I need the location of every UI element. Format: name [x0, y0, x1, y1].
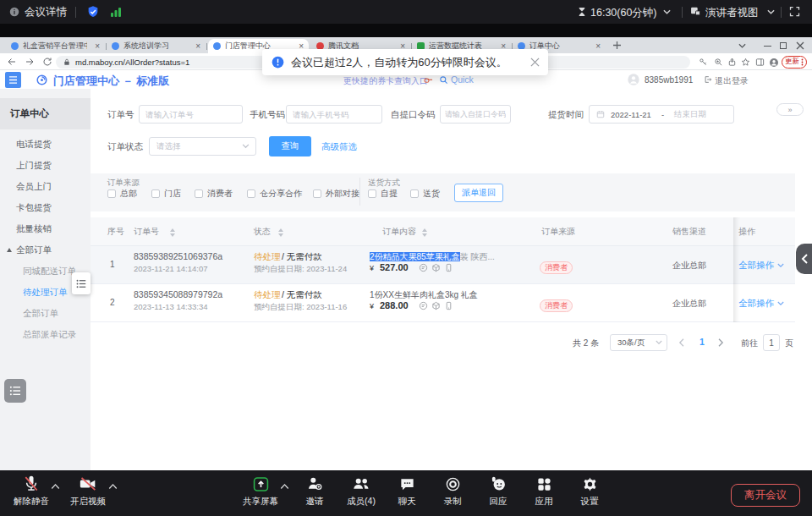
table-row[interactable]: 2 83859345088979792a 2023-11-13 14:33:34… [91, 284, 795, 322]
status-select[interactable]: 请选择 [149, 137, 256, 156]
meeting-timer[interactable]: 16:30(60分钟) [590, 6, 657, 20]
sidebar-item-batch-verify[interactable]: 批量核销 [16, 223, 52, 233]
view-mode-button[interactable]: 演讲者视图 [705, 6, 759, 20]
back-icon[interactable] [7, 57, 17, 67]
logout-button[interactable]: 退出登录 [715, 75, 749, 87]
browser-tab[interactable]: 系统培训学习 × [107, 39, 205, 53]
tab-close-icon[interactable]: × [195, 42, 200, 51]
meeting-details-button[interactable]: 会议详情 [25, 5, 67, 19]
floating-list-button[interactable] [4, 379, 26, 403]
sidebar-item-phone-pickup[interactable]: 电话提货 [16, 139, 52, 149]
bookmark-star-icon[interactable] [741, 58, 750, 67]
chat-button[interactable]: 聊天 [381, 475, 432, 508]
view-dropdown-icon[interactable] [767, 9, 775, 15]
reload-icon[interactable] [42, 57, 52, 67]
source-checkbox-warehouse-share[interactable]: 仓分享合作 [247, 188, 302, 200]
receipt-icon[interactable] [419, 301, 428, 310]
phone-icon[interactable] [444, 263, 453, 272]
page-size-select[interactable]: 30条/页 [610, 334, 667, 351]
invite-button[interactable]: 邀请 [289, 475, 340, 508]
sidebar-item-member-visit[interactable]: 会员上门 [16, 181, 52, 191]
mic-options-caret[interactable] [51, 483, 60, 490]
promo-link[interactable]: 更快捷的券卡查询入口 [343, 75, 428, 87]
sidebar-item-all-orders[interactable]: 全部订单 [23, 308, 58, 318]
mute-button[interactable]: 解除静音 [6, 475, 57, 508]
side-panel-icon[interactable] [755, 58, 765, 67]
share-icon[interactable] [727, 58, 737, 67]
source-checkbox-store[interactable]: 门店 [151, 188, 181, 200]
delivery-checkbox-pickup[interactable]: 自提 [368, 188, 398, 200]
sidebar-item-city-delivery[interactable]: 同城配送订单 [23, 266, 76, 276]
date-range-picker[interactable]: 2022-11-21 - 结束日期 [589, 105, 734, 124]
order-number: 83859345088979792a [134, 289, 222, 299]
sidebar-item-pending-orders[interactable]: 待处理订单 [23, 287, 68, 297]
quick-link[interactable]: Quick [451, 74, 474, 85]
next-page-icon[interactable] [718, 338, 724, 347]
code-input[interactable] [440, 105, 511, 124]
forward-icon[interactable] [25, 57, 35, 67]
phone-input[interactable] [286, 105, 382, 124]
package-icon[interactable] [431, 263, 441, 272]
record-button[interactable]: 录制 [427, 475, 478, 508]
row-actions-dropdown[interactable]: 全部操作 [738, 298, 774, 310]
timer-dropdown-icon[interactable] [663, 9, 671, 15]
source-checkbox-hq[interactable]: 总部 [107, 188, 137, 200]
fullscreen-icon[interactable] [788, 5, 801, 18]
network-signal-icon[interactable] [110, 6, 122, 18]
video-button[interactable]: 开启视频 [63, 475, 113, 508]
shield-check-icon[interactable] [86, 5, 100, 19]
expand-filters-button[interactable]: » [776, 103, 804, 116]
browser-tab[interactable]: 礼盒营销平台管理中心 × [7, 39, 104, 53]
settings-button[interactable]: 设置 [564, 475, 615, 508]
sort-icon[interactable] [278, 228, 283, 237]
toast-close-icon[interactable] [530, 58, 540, 67]
package-icon[interactable] [431, 301, 441, 310]
source-checkbox-consumer[interactable]: 消费者 [195, 188, 233, 200]
window-minimize-button[interactable] [764, 46, 771, 47]
dispatch-return-button[interactable]: 派单退回 [454, 184, 503, 202]
delivery-checkbox-deliver[interactable]: 送货 [410, 188, 440, 200]
prev-page-icon[interactable] [678, 338, 684, 347]
sidebar-item-hq-dispatch[interactable]: 总部派单记录 [23, 329, 76, 339]
panel-expand-handle[interactable] [796, 244, 812, 274]
reactions-button[interactable]: 回应 [473, 475, 524, 508]
table-row[interactable]: 1 83859389251069376a 2023-11-21 14:14:07… [91, 246, 795, 284]
col-status[interactable]: 状态 [254, 217, 271, 246]
row-actions-dropdown[interactable]: 全部操作 [738, 260, 774, 272]
col-order-no[interactable]: 订单号 [134, 217, 159, 246]
sort-icon[interactable] [170, 228, 175, 237]
tab-close-icon[interactable]: × [95, 42, 100, 51]
info-icon[interactable] [8, 6, 20, 18]
sort-icon[interactable] [422, 228, 427, 237]
phone-icon[interactable] [444, 301, 453, 310]
tab-search-icon[interactable] [738, 43, 746, 49]
apps-button[interactable]: 应用 [518, 475, 569, 508]
receipt-icon[interactable] [419, 263, 428, 272]
tab-close-icon[interactable]: × [595, 42, 601, 51]
source-checkbox-external[interactable]: 外部对接 [313, 188, 359, 200]
search-button[interactable]: 查询 [269, 136, 311, 156]
leave-meeting-button[interactable]: 离开会议 [731, 484, 800, 507]
key-icon[interactable] [699, 58, 708, 67]
sidebar-item-card-pickup[interactable]: 卡包提货 [16, 202, 52, 212]
members-button[interactable]: 成员(4) [336, 475, 387, 508]
new-tab-button[interactable] [613, 41, 621, 49]
order-no-input[interactable] [139, 105, 243, 124]
sidebar-item-all-orders-group[interactable]: 全部订单 [16, 244, 52, 255]
share-options-caret[interactable] [280, 483, 289, 490]
menu-toggle-button[interactable] [5, 72, 21, 88]
profile-icon[interactable] [769, 58, 779, 68]
col-content[interactable]: 订单内容 [382, 217, 416, 246]
share-screen-button[interactable]: 共享屏幕 [235, 475, 286, 508]
zoom-icon[interactable] [714, 58, 723, 67]
current-page[interactable]: 1 [700, 337, 705, 347]
username[interactable]: 8385wb1991 [645, 75, 693, 85]
window-maximize-button[interactable] [780, 42, 787, 49]
goto-page-input[interactable]: 1 [763, 334, 780, 351]
sidebar-collapse-handle[interactable] [72, 272, 91, 294]
window-close-button[interactable] [796, 41, 804, 50]
sidebar-item-door-pickup[interactable]: 上门提货 [16, 160, 52, 170]
video-options-caret[interactable] [108, 483, 118, 490]
advanced-filter-link[interactable]: 高级筛选 [321, 141, 357, 153]
browser-update-button[interactable]: 更新 [782, 56, 807, 69]
